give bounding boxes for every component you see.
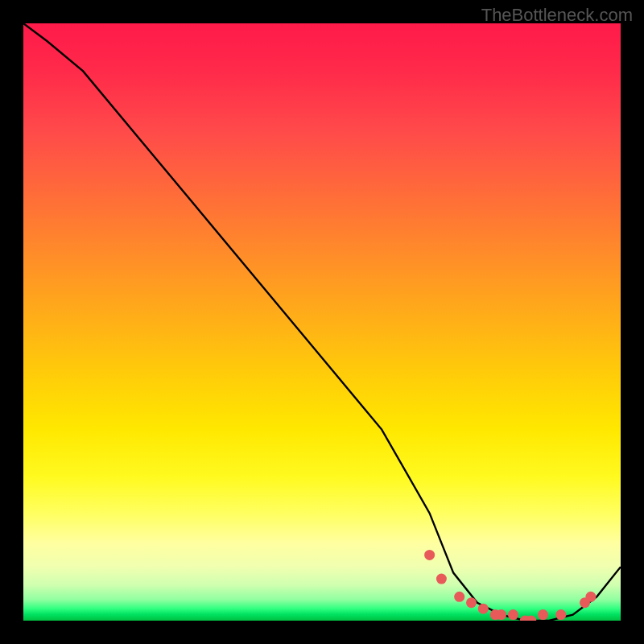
data-point-marker bbox=[424, 550, 435, 560]
data-point-marker bbox=[538, 609, 548, 620]
data-point-marker bbox=[555, 609, 566, 620]
data-point-marker bbox=[496, 609, 506, 620]
data-point-marker bbox=[508, 609, 518, 620]
data-point-marker bbox=[436, 574, 447, 584]
chart-plot-area bbox=[23, 23, 621, 621]
curve-svg bbox=[23, 23, 621, 621]
data-point-markers bbox=[424, 550, 596, 621]
data-point-marker bbox=[466, 597, 477, 608]
data-point-marker bbox=[454, 592, 464, 602]
bottleneck-curve bbox=[23, 23, 621, 621]
watermark-text: TheBottleneck.com bbox=[481, 5, 633, 26]
data-point-marker bbox=[585, 592, 596, 602]
data-point-marker bbox=[478, 604, 489, 614]
